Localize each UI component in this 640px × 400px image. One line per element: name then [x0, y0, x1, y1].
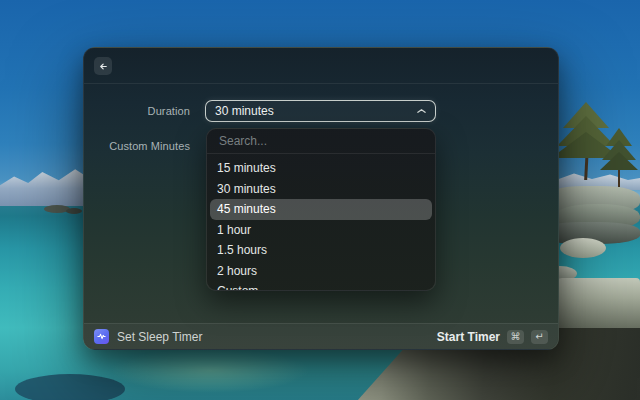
dropdown-item-1-hour[interactable]: 1 hour — [210, 220, 432, 241]
enter-key-badge: ↵ — [531, 330, 548, 344]
dropdown-list: 15 minutes 30 minutes 45 minutes 1 hour … — [207, 154, 435, 291]
dropdown-item-45-minutes[interactable]: 45 minutes — [210, 199, 432, 220]
duration-select-value: 30 minutes — [215, 104, 417, 118]
dropdown-item-custom[interactable]: Custom... — [210, 281, 432, 291]
rock — [66, 208, 82, 214]
back-button[interactable] — [94, 57, 112, 75]
action-bar: Set Sleep Timer Start Timer ⌘ ↵ — [84, 323, 558, 349]
command-key-badge: ⌘ — [507, 330, 524, 344]
sleep-timer-window: Duration 30 minutes Custom Minutes 15 mi… — [83, 47, 559, 350]
dropdown-item-30-minutes[interactable]: 30 minutes — [210, 179, 432, 200]
start-timer-label: Start Timer — [437, 330, 500, 344]
submerged-rock — [15, 374, 125, 400]
duration-dropdown: 15 minutes 30 minutes 45 minutes 1 hour … — [206, 128, 436, 291]
arrow-left-icon — [98, 61, 109, 72]
command-title: Set Sleep Timer — [117, 330, 429, 344]
start-timer-button[interactable]: Start Timer ⌘ ↵ — [437, 330, 548, 344]
duration-select[interactable]: 30 minutes — [205, 100, 436, 122]
custom-minutes-label: Custom Minutes — [104, 140, 190, 152]
duration-label: Duration — [104, 105, 190, 117]
chevron-up-icon — [417, 108, 426, 114]
sleep-timer-app-icon — [94, 329, 109, 344]
shallow-water — [110, 348, 310, 393]
waveform-icon — [96, 331, 107, 342]
boulder — [560, 238, 606, 258]
window-header — [84, 48, 558, 84]
dropdown-search-input[interactable] — [207, 129, 435, 154]
dropdown-item-1-5-hours[interactable]: 1.5 hours — [210, 240, 432, 261]
dropdown-item-15-minutes[interactable]: 15 minutes — [210, 158, 432, 179]
dropdown-item-2-hours[interactable]: 2 hours — [210, 261, 432, 282]
